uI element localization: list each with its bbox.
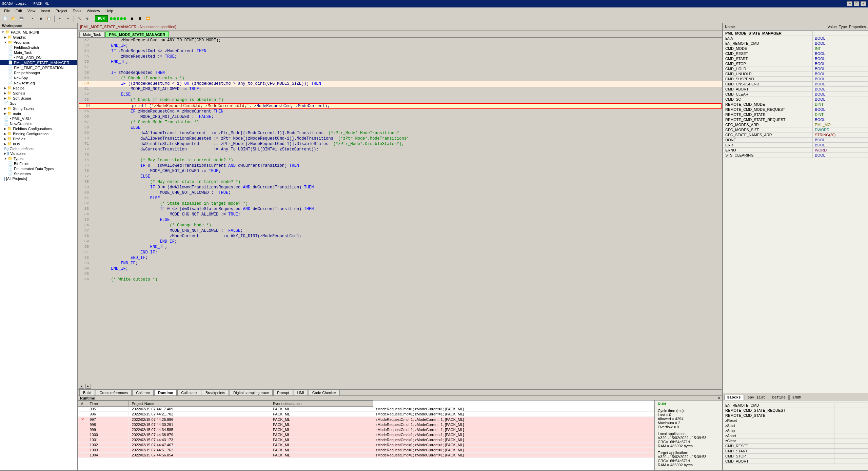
tab-prompt[interactable]: Prompt — [273, 390, 293, 395]
prop-tab-blocks[interactable]: Blocks — [724, 395, 744, 400]
menu-tools[interactable]: Tools — [70, 8, 84, 14]
sidebar-item-ios[interactable]: ▶ 📁 I/Os — [0, 141, 77, 146]
undo-btn[interactable]: ↩ — [56, 15, 64, 22]
col-event: Event description — [270, 401, 373, 407]
prop-type: BOOL — [813, 97, 847, 102]
tab-runtime[interactable]: Runtime — [154, 390, 177, 395]
sidebar-item-newspy[interactable]: 📄 NewSpy — [0, 75, 77, 80]
sidebar-item-fieldbusswitch[interactable]: 📄 FieldbusSwitch — [0, 45, 77, 50]
sidebar-item-newgraphics[interactable]: 📄 NewGraphics — [0, 121, 77, 126]
structures-icon: 📄 — [8, 171, 13, 176]
minimize-button[interactable]: ─ — [847, 1, 852, 6]
sidebar-item-recipe[interactable]: ▶ 📁 Recipe — [0, 85, 77, 90]
tab-build[interactable]: Build — [79, 390, 95, 395]
tab-call-stack[interactable]: Call stack — [177, 390, 201, 395]
code-scroll-area[interactable]: 52 zModeRequestCmd := ANY_TO_DINT(CMD_MO… — [78, 38, 722, 383]
prop-type — [813, 31, 847, 36]
sidebar-item-maintask[interactable]: 📄 Main_Task — [0, 50, 77, 55]
runtime-num: 1004 — [87, 453, 129, 458]
tab-breakpoints[interactable]: Breakpoints — [202, 390, 229, 395]
properties-table-bottom: EN_REMOTE_CMD REMOTE_CMD_STATE_REQUEST R… — [723, 403, 868, 464]
cut-btn[interactable]: ✂ — [29, 15, 36, 22]
sidebar-item-fieldbus-configs[interactable]: ▶ 📁 Fieldbus Configurations — [0, 126, 77, 131]
sidebar-item-string-tables[interactable]: ▶ 📁 String Tables — [0, 106, 77, 111]
paste-btn[interactable]: 📋 — [45, 15, 53, 22]
prop-properties — [847, 46, 868, 51]
sidebar-item-programs[interactable]: ▼ 📁 Programs — [0, 40, 77, 45]
pause-btn[interactable]: ⏸ — [136, 15, 144, 22]
prop-tab-define[interactable]: Define — [769, 395, 789, 400]
sidebar-item-softscope[interactable]: ▶ 📁 Soft Scope — [0, 96, 77, 101]
graphic-folder-icon: 📁 — [7, 35, 12, 39]
main-folder-icon: 📁 — [7, 111, 12, 116]
code-line-90: 90 END_IF; — [78, 245, 722, 250]
pmladdon-icon: 📄 — [8, 55, 13, 60]
sidebar-item-bit-fields[interactable]: 📄 Bit Fields — [0, 161, 77, 166]
tab-hmi[interactable]: HMI — [294, 390, 308, 395]
menu-window[interactable]: Window — [84, 8, 103, 14]
runtime-event: zModeRequestCmd=1; zModeCurrent=1; [PACK… — [373, 417, 654, 422]
step-btn[interactable]: ⏩ — [144, 15, 152, 22]
sidebar-item-graphic[interactable]: ▶ 📁 Graphic — [0, 35, 77, 40]
runtime-close-btn[interactable]: ✕ — [718, 396, 720, 400]
save-btn[interactable]: 💾 — [18, 15, 25, 22]
runtime-icon-cell — [78, 448, 87, 453]
scroll-left[interactable]: ◀ — [79, 384, 84, 389]
sidebar-item-pmlvisu[interactable]: 📄 ▪ PML_VISU — [0, 116, 77, 121]
build-btn[interactable]: 🔨 — [76, 15, 83, 22]
debug-btn[interactable]: ⚙ — [84, 15, 91, 22]
prop-value — [792, 102, 813, 107]
sidebar-item-pmladdon[interactable]: 📄 ▪ PML_ADD_ON — [0, 55, 77, 60]
stop-btn[interactable]: ⏹ — [128, 15, 136, 22]
runtime-num: 1001 — [87, 437, 129, 443]
prop-type: STRING(20) — [813, 132, 847, 138]
sidebar-item-signals[interactable]: ▶ 📁 Signals — [0, 90, 77, 96]
sidebar-item-global-defines[interactable]: Sg Global defines — [0, 146, 77, 151]
prop-name: CMD_CLEAR — [723, 92, 792, 97]
sidebar-item-variables[interactable]: ▶ $ Variables — [0, 151, 77, 156]
sidebar-item-newtestseq[interactable]: 📄 NewTestSeq — [0, 80, 77, 85]
prop-tab-enum[interactable]: ENUM — [789, 395, 804, 400]
menu-help[interactable]: Help — [103, 8, 116, 14]
close-button[interactable]: ✕ — [861, 1, 866, 6]
sidebar-item-binding[interactable]: ▶ 📁 Binding Configuration — [0, 131, 77, 136]
fieldbus-configs-icon: 📁 — [7, 126, 12, 131]
sidebar-item-types[interactable]: ▼ 📁 Types — [0, 156, 77, 161]
tab-digital-sampling[interactable]: Digital sampling trace — [230, 390, 273, 395]
tree-root[interactable]: ▼ 📁 PACK_ML [RUN] — [0, 29, 77, 35]
sidebar-item-recipemgr[interactable]: 📄 RecipeManager — [0, 70, 77, 75]
menu-insert[interactable]: Insert — [38, 8, 53, 14]
sidebar-item-profiles[interactable]: ▶ 📁 Profiles — [0, 136, 77, 141]
prop-properties — [847, 41, 868, 46]
sidebar-item-enum-types[interactable]: 📄 Enumerated Data Types — [0, 166, 77, 171]
maximize-button[interactable]: □ — [854, 1, 859, 6]
sidebar-item-pmlmode[interactable]: 📄 PML_MODE_STATE_MANAGER — [0, 60, 77, 65]
copy-btn[interactable]: ⊞ — [37, 15, 44, 22]
col-num: # — [78, 401, 87, 407]
redo-btn[interactable]: ↪ — [64, 15, 72, 22]
tab-pmlmode[interactable]: PML_MODE_STATE_MANAGER — [105, 32, 169, 37]
menu-view[interactable]: View — [25, 8, 38, 14]
new-btn[interactable]: 📄 — [1, 15, 9, 22]
workspace-header: Workspace — [0, 23, 77, 29]
runtime-project: PACK_ML — [270, 407, 373, 412]
sidebar-item-spy[interactable]: 📄 Spy — [0, 101, 77, 106]
tab-call-tree[interactable]: Call tree — [132, 390, 154, 395]
sidebar-item-pmltimeop[interactable]: 📄 PML_TIME_OF_OPERATION — [0, 65, 77, 70]
menu-file[interactable]: File — [1, 8, 13, 14]
prop-tab-spylist[interactable]: Spy list — [745, 395, 769, 400]
tab-code-checker[interactable]: Code Checker — [309, 390, 340, 395]
open-btn[interactable]: 📂 — [9, 15, 17, 22]
scroll-right[interactable]: ▶ — [85, 384, 91, 389]
run-button[interactable]: RUN — [95, 15, 108, 22]
tab-maintask[interactable]: Main_Task — [79, 32, 105, 37]
tab-cross-references[interactable]: Cross references — [96, 390, 132, 395]
sidebar-item-structures[interactable]: 📄 Structures — [0, 171, 77, 176]
code-line-83: 83 IF 0 <> (dwDisableStatesRequested AND… — [78, 207, 722, 212]
right-panel-type-col: Type — [839, 25, 847, 29]
menu-edit[interactable]: Edit — [13, 8, 25, 14]
sidebar-item-main[interactable]: ▶ 📁 main — [0, 111, 77, 116]
menu-project[interactable]: Project — [53, 8, 70, 14]
prop-value — [792, 117, 813, 122]
sidebar-item-all-projects[interactable]: [ [All Projects] — [0, 176, 77, 181]
